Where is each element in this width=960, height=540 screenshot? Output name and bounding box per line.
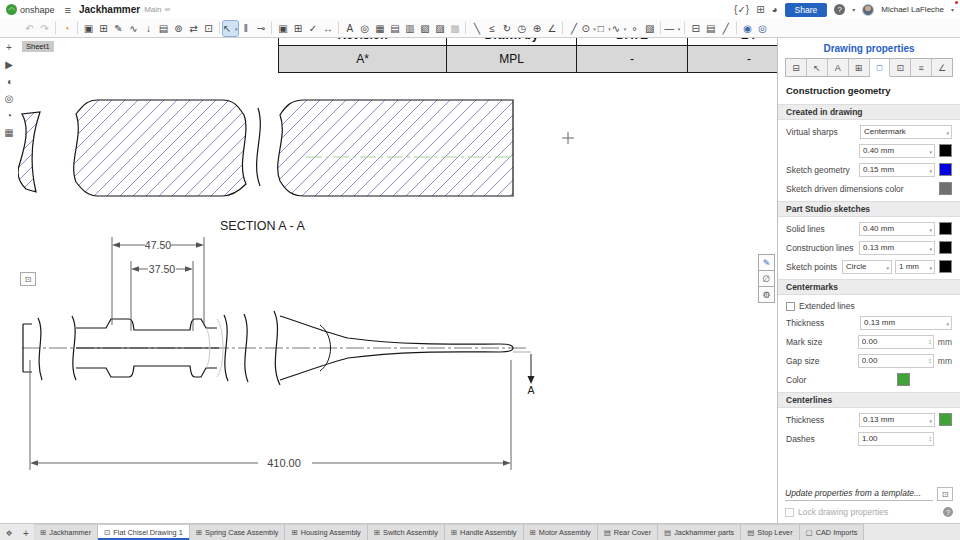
new-sheet-icon[interactable]: ⊟ [688, 21, 703, 36]
tables-panel-icon[interactable]: ▦ [4, 127, 13, 138]
draw-circle-icon[interactable]: ⊙ [581, 21, 596, 36]
centermark-icon[interactable]: ≤ [484, 21, 499, 36]
draw-spline-icon[interactable]: ∿ [612, 21, 627, 36]
insert-note-icon[interactable]: ∿ [126, 21, 141, 36]
hatch-icon[interactable]: ▨ [642, 21, 657, 36]
hide-button[interactable]: ∅ [758, 270, 775, 287]
tab-hatch-defaults[interactable]: ≡ [911, 59, 932, 76]
measure-icon[interactable]: ↔ [320, 21, 335, 36]
sheet-image-icon[interactable]: ▤ [703, 21, 718, 36]
dimension-37-50[interactable]: 37.50 [149, 263, 175, 275]
wrench-button[interactable]: ⚙ [758, 286, 775, 303]
update-from-template-link[interactable]: Update properties from a template... [785, 488, 933, 501]
centermark-color-swatch[interactable] [897, 373, 910, 386]
insert-link-icon[interactable]: ⊚ [171, 21, 186, 36]
new-tab-button[interactable]: + [18, 528, 34, 540]
assistant-icon[interactable]: ◕ [772, 4, 778, 15]
check-icon[interactable]: ✓ [305, 21, 320, 36]
divider-line-icon[interactable]: ╱ [718, 21, 733, 36]
document-menu-icon[interactable]: ≡ [65, 4, 71, 16]
tab-view-defaults[interactable]: ⊞ [849, 59, 870, 76]
tab-construction-defaults[interactable]: □ [870, 59, 891, 76]
drawing-canvas[interactable]: Sheet1 Revision Drawn by DATE BY A* MPL … [18, 38, 777, 523]
solid-lines-color-swatch[interactable] [939, 222, 952, 235]
insert-table-icon[interactable]: ⊞ [96, 21, 111, 36]
sketch-points-color-swatch[interactable] [939, 260, 952, 273]
dashes-stepper[interactable]: ↕ [929, 435, 934, 442]
lock-properties-checkbox[interactable] [785, 508, 794, 517]
sheet-tab[interactable]: Sheet1 [22, 41, 54, 52]
draw-rect-icon[interactable]: □ [597, 21, 612, 36]
swap-view-icon[interactable]: ⇄ [186, 21, 201, 36]
tab-sheet-defaults[interactable]: ⊡ [890, 59, 911, 76]
undo-icon[interactable]: ↶ [22, 21, 37, 36]
user-caret-icon[interactable]: ▾ [951, 6, 954, 13]
dimension-lines[interactable] [30, 237, 511, 470]
branch-icon[interactable]: {✓} [734, 4, 749, 15]
sketch-geometry-select[interactable]: 0.15 mm [859, 163, 935, 177]
tab-text-defaults[interactable]: A [828, 59, 849, 76]
insert-image-icon[interactable]: ▤ [156, 21, 171, 36]
sketch-points-shape-select[interactable]: Circle [842, 260, 892, 274]
tab-leader-defaults[interactable]: ↖ [807, 59, 828, 76]
dimension-410-00[interactable]: 410.00 [267, 457, 301, 469]
construction-lines-color-swatch[interactable] [939, 241, 952, 254]
tangent-icon[interactable]: ∠ [544, 21, 559, 36]
virtual-sharps-select[interactable]: Centermark [860, 125, 952, 139]
timer-icon[interactable]: ◷ [514, 21, 529, 36]
section-view-geometry[interactable] [18, 100, 513, 196]
workspace-link-icon[interactable]: ∞ [164, 5, 170, 14]
label-icon[interactable]: ▣ [275, 21, 290, 36]
preview-annotations-icon[interactable]: ◎ [755, 21, 770, 36]
weld-table-icon[interactable]: ▧ [417, 21, 432, 36]
construction-lines-select[interactable]: 0.13 mm [859, 241, 935, 255]
preview-dims-icon[interactable]: ◉ [740, 21, 755, 36]
fastener-icon[interactable]: ⊸ [253, 21, 268, 36]
drawing-view-svg[interactable]: SECTION A - A [18, 38, 777, 523]
crop-view-icon[interactable]: ⊡ [201, 21, 216, 36]
doc-tab-flat-chisel-drawing-1[interactable]: ⊡Flat Chisel Drawing 1 [98, 524, 190, 540]
edit-sketch-icon[interactable]: ✎ [111, 21, 126, 36]
bend-table-icon[interactable]: ▥ [402, 21, 417, 36]
virtual-sharps-color-swatch[interactable] [939, 144, 952, 157]
dimension-icon[interactable]: ↖ [223, 21, 238, 36]
centermark-thickness-select[interactable]: 0.13 mm [860, 316, 952, 330]
virtual-sharps-size-select[interactable]: 0.40 mm [859, 144, 935, 158]
title-block-table[interactable]: Revision Drawn by DATE BY A* MPL - - [278, 38, 777, 73]
sketch-geometry-color-swatch[interactable] [939, 163, 952, 176]
doc-tab-rear-cover[interactable]: ▤Rear Cover [598, 524, 658, 540]
add-item-icon[interactable]: + [6, 42, 12, 53]
doc-tab-stop-lever[interactable]: ▤Stop Lever [741, 524, 799, 540]
doc-tab-jackhammer[interactable]: ⊞Jackhammer [34, 524, 98, 540]
insert-view-icon[interactable]: ▣ [81, 21, 96, 36]
doc-tab-spring-case-assembly[interactable]: ⊞Spring Case Assembly [190, 524, 286, 540]
comments-icon[interactable]: ◖ [6, 76, 12, 87]
doc-tab-handle-assembly[interactable]: ⊞Handle Assembly [445, 524, 524, 540]
hole-table-icon[interactable]: ▤ [387, 21, 402, 36]
doc-tab-cad-imports[interactable]: ▢CAD Imports [800, 524, 865, 540]
learning-center-icon[interactable]: ◔ [59, 21, 74, 36]
sketch-dims-color-swatch[interactable] [939, 182, 952, 195]
cutlist-table-icon[interactable]: ▨ [432, 21, 447, 36]
insert-callout-icon[interactable]: ↓ [141, 21, 156, 36]
dimension-47-50[interactable]: 47.50 [145, 239, 171, 251]
doc-tab-housing-assembly[interactable]: ⊞Housing Assembly [285, 524, 367, 540]
solid-lines-select[interactable]: 0.40 mm [859, 222, 935, 236]
sketch-points-size-select[interactable]: 1 mm [895, 260, 935, 274]
gap-size-stepper[interactable]: ↕ [928, 357, 933, 364]
centerline-icon[interactable]: ╲ [469, 21, 484, 36]
mark-size-stepper[interactable]: ↕ [928, 338, 933, 345]
tab-units-defaults[interactable]: ∠ [932, 59, 952, 76]
centerpoint-icon[interactable]: ⊕ [529, 21, 544, 36]
avatar[interactable] [862, 4, 874, 16]
gap-size-input[interactable] [859, 356, 929, 365]
draw-point-icon[interactable]: ∘ [627, 21, 642, 36]
revision-table-icon[interactable]: ▩ [447, 21, 462, 36]
history-icon[interactable]: ◔ [6, 110, 12, 121]
draw-line-icon[interactable]: ╱ [566, 21, 581, 36]
section-cut-arrow[interactable]: A [513, 352, 535, 396]
centerline-color-swatch[interactable] [939, 413, 952, 426]
selection-filter-icon[interactable]: ❖ [0, 529, 18, 540]
text-icon[interactable]: A [342, 21, 357, 36]
help-caret-icon[interactable]: ▾ [852, 6, 855, 13]
